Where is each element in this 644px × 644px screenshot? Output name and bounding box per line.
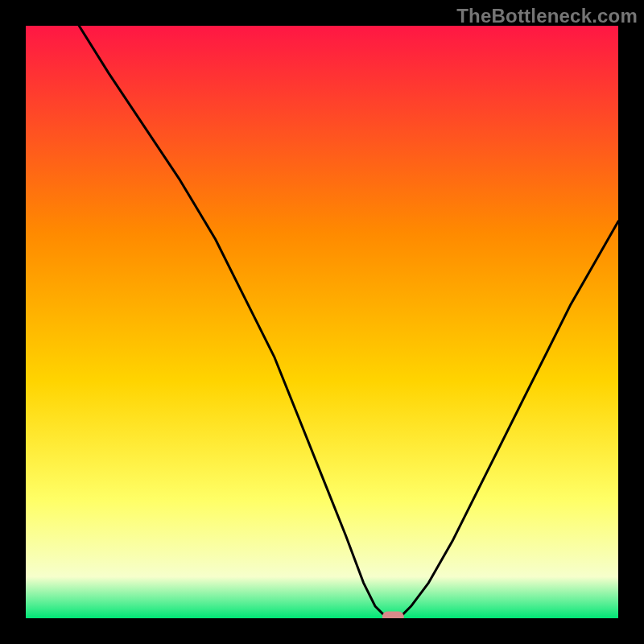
optimal-marker	[382, 612, 403, 618]
bottleneck-chart	[26, 26, 618, 618]
gradient-background	[26, 26, 618, 618]
watermark-text: TheBottleneck.com	[456, 5, 638, 27]
chart-container: { "watermark": "TheBottleneck.com", "col…	[0, 0, 644, 644]
